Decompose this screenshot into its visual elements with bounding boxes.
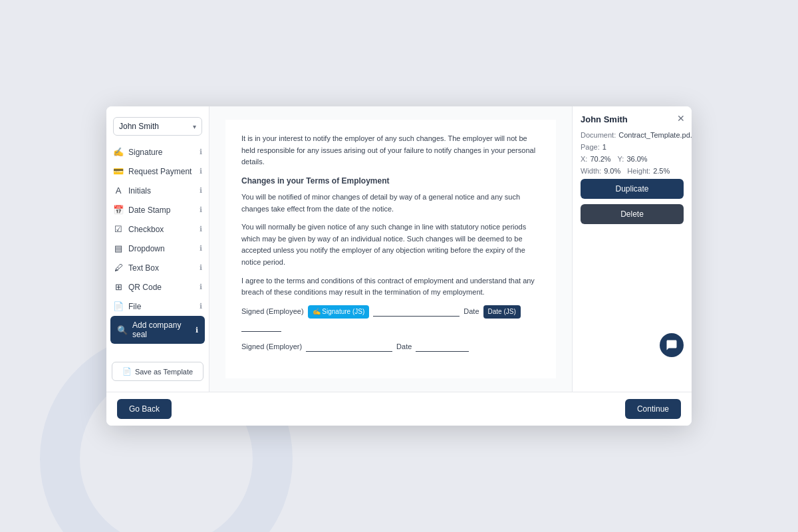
- sidebar-item-add-company-seal[interactable]: 🔍 Add company seal ℹ: [110, 316, 205, 344]
- panel-document-row: Document: Contract_Template.pd...: [581, 131, 684, 139]
- go-back-button[interactable]: Go Back: [117, 399, 172, 419]
- info-icon: ℹ: [200, 167, 202, 176]
- close-button[interactable]: ✕: [677, 113, 685, 124]
- signature-underline-1: [373, 307, 460, 317]
- panel-user-name: John Smith: [581, 114, 684, 124]
- sidebar: John Smith ▾ ✍ Signature ℹ 💳 Request Pay…: [106, 106, 209, 392]
- modal-footer: Go Back Continue: [106, 392, 692, 426]
- signature-employer-line: Signed (Employer) Date: [241, 341, 540, 353]
- sidebar-item-file[interactable]: 📄 File ℹ: [106, 297, 209, 316]
- sidebar-item-label: File: [128, 302, 141, 311]
- sidebar-bottom: 📄 Save as Template: [106, 356, 209, 386]
- page-value: 1: [602, 143, 606, 151]
- delete-button[interactable]: Delete: [581, 204, 684, 224]
- signature-underline-2: [306, 342, 392, 352]
- file-icon: 📄: [113, 301, 124, 311]
- sidebar-item-text-box[interactable]: 🖊 Text Box ℹ: [106, 258, 209, 277]
- chat-bubble-button[interactable]: [660, 333, 684, 357]
- text-box-icon: 🖊: [113, 263, 124, 273]
- sidebar-item-label: Signature: [128, 148, 162, 157]
- save-template-icon: 📄: [122, 367, 132, 376]
- document-area: It is in your interest to notify the emp…: [209, 106, 572, 392]
- x-value: 70.2%: [590, 155, 610, 163]
- height-label: Height:: [627, 167, 650, 175]
- panel-xy-row: X: 70.2% Y: 36.0%: [581, 155, 684, 163]
- y-label: Y:: [618, 155, 624, 163]
- sidebar-item-label: Text Box: [128, 263, 159, 273]
- sidebar-item-label: Add company seal: [132, 321, 196, 339]
- panel-wh-row: Width: 9.0% Height: 2.5%: [581, 167, 684, 175]
- date-underline-2: [416, 342, 469, 352]
- sidebar-item-initials[interactable]: A Initials ℹ: [106, 181, 209, 200]
- document-content: It is in your interest to notify the emp…: [225, 120, 556, 378]
- info-icon: ℹ: [196, 326, 198, 334]
- chevron-down-icon: ▾: [193, 123, 196, 130]
- save-template-label: Save as Template: [135, 368, 193, 376]
- info-icon: ℹ: [200, 302, 202, 311]
- request-payment-icon: 💳: [113, 166, 124, 176]
- date-stamp-icon: 📅: [113, 205, 124, 215]
- doc-para1: You will be notified of minor changes of…: [241, 192, 540, 215]
- info-icon: ℹ: [200, 205, 202, 214]
- info-icon: ℹ: [200, 186, 202, 195]
- info-icon: ℹ: [200, 283, 202, 291]
- height-value: 2.5%: [653, 167, 670, 175]
- sidebar-item-dropdown[interactable]: ▤ Dropdown ℹ: [106, 239, 209, 258]
- date-label-1: Date: [464, 306, 479, 318]
- continue-button[interactable]: Continue: [625, 399, 681, 419]
- sidebar-item-label: Request Payment: [128, 167, 192, 176]
- signature-icon: ✍: [113, 147, 124, 157]
- save-template-button[interactable]: 📄 Save as Template: [112, 362, 203, 381]
- sidebar-item-request-payment[interactable]: 💳 Request Payment ℹ: [106, 162, 209, 181]
- signature-badge[interactable]: ✍ Signature (JS): [308, 305, 370, 319]
- width-value: 9.0%: [604, 167, 620, 175]
- x-label: X:: [581, 155, 587, 163]
- dropdown-icon: ▤: [113, 243, 124, 253]
- date-badge[interactable]: Date (JS): [483, 305, 521, 319]
- sidebar-item-signature[interactable]: ✍ Signature ℹ: [106, 142, 209, 162]
- info-icon: ℹ: [200, 244, 202, 253]
- sidebar-item-qr-code[interactable]: ⊞ QR Code ℹ: [106, 277, 209, 297]
- right-panel: ✕ John Smith Document: Contract_Template…: [572, 106, 692, 392]
- info-icon: ℹ: [200, 263, 202, 272]
- sidebar-item-label: Initials: [128, 186, 151, 196]
- page-label: Page:: [581, 143, 600, 151]
- panel-page-row: Page: 1: [581, 143, 684, 151]
- sidebar-item-label: Dropdown: [128, 244, 165, 253]
- sidebar-item-checkbox[interactable]: ☑ Checkbox ℹ: [106, 219, 209, 239]
- sidebar-item-label: Date Stamp: [128, 205, 170, 215]
- sidebar-item-date-stamp[interactable]: 📅 Date Stamp ℹ: [106, 200, 209, 219]
- sidebar-item-label: Checkbox: [128, 225, 164, 234]
- y-value: 36.0%: [626, 155, 647, 163]
- qr-code-icon: ⊞: [113, 282, 124, 292]
- info-icon: ℹ: [200, 225, 202, 233]
- signature-employee-line: Signed (Employee) ✍ Signature (JS) Date …: [241, 305, 540, 332]
- modal-body: John Smith ▾ ✍ Signature ℹ 💳 Request Pay…: [106, 106, 692, 392]
- document-label: Document:: [581, 131, 616, 139]
- date-label-2: Date: [396, 341, 412, 353]
- width-label: Width:: [581, 167, 601, 175]
- signed-employer-label: Signed (Employer): [241, 341, 302, 353]
- duplicate-button[interactable]: Duplicate: [581, 179, 684, 199]
- chat-icon: [666, 339, 678, 351]
- checkbox-icon: ☑: [113, 224, 124, 234]
- company-seal-icon: 🔍: [117, 325, 128, 335]
- info-icon: ℹ: [200, 148, 202, 156]
- document-value: Contract_Template.pd...: [618, 131, 692, 139]
- doc-section-title: Changes in your Terms of Employment: [241, 175, 540, 188]
- date-underline-1: [241, 323, 281, 332]
- sidebar-item-label: QR Code: [128, 283, 162, 292]
- doc-para2: You will normally be given notice of any…: [241, 221, 540, 268]
- main-modal: John Smith ▾ ✍ Signature ℹ 💳 Request Pay…: [106, 106, 692, 426]
- doc-intro: It is in your interest to notify the emp…: [241, 133, 540, 168]
- signed-employee-label: Signed (Employee): [241, 306, 304, 318]
- user-name: John Smith: [119, 122, 159, 131]
- initials-icon: A: [113, 186, 124, 196]
- doc-para3: I agree to the terms and conditions of t…: [241, 275, 540, 299]
- user-selector[interactable]: John Smith ▾: [113, 117, 202, 136]
